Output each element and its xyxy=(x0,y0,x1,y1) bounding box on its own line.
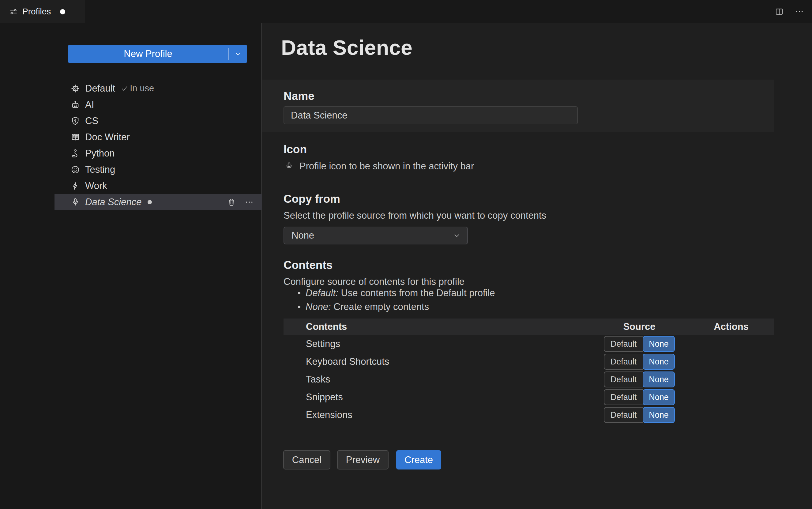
profile-name: Work xyxy=(85,180,107,192)
source-default-button[interactable]: Default xyxy=(604,389,643,405)
chevron-down-icon xyxy=(453,231,461,240)
contents-table: Contents Source Actions Settings Default… xyxy=(284,318,774,424)
source-toggle: Default None xyxy=(604,389,675,405)
profile-list-item[interactable]: Testing xyxy=(55,161,262,178)
profile-name: Doc Writer xyxy=(85,132,130,143)
content-name: Tasks xyxy=(284,374,590,385)
more-actions-icon[interactable] xyxy=(245,198,254,207)
icon-picker-row[interactable]: Profile icon to be shown in the activity… xyxy=(284,159,474,173)
new-profile-label: New Profile xyxy=(68,45,228,63)
gear-icon xyxy=(70,83,80,93)
book-icon xyxy=(70,132,80,142)
page-title: Data Science xyxy=(281,36,413,59)
profile-list-item[interactable]: AI xyxy=(55,97,262,113)
copy-from-label: Copy from xyxy=(284,193,340,205)
profile-list-item[interactable]: Work xyxy=(55,178,262,194)
contents-bullets: Default: Use contents from the Default p… xyxy=(284,286,712,314)
source-toggle: Default None xyxy=(604,407,675,423)
profile-list-item[interactable]: Data Science xyxy=(55,194,262,210)
tab-profiles[interactable]: Profiles xyxy=(0,0,85,23)
table-row: Settings Default None xyxy=(284,335,774,353)
chevron-down-icon xyxy=(234,50,242,58)
modified-dot xyxy=(148,200,152,204)
icon-label: Icon xyxy=(284,143,307,156)
content-name: Snippets xyxy=(284,392,590,403)
mic-icon[interactable] xyxy=(284,161,294,171)
zap-icon xyxy=(70,181,80,191)
source-none-button[interactable]: None xyxy=(643,336,675,352)
content-name: Extensions xyxy=(284,409,590,420)
trash-icon[interactable] xyxy=(227,198,236,207)
preview-button[interactable]: Preview xyxy=(337,450,389,470)
source-default-button[interactable]: Default xyxy=(604,336,643,352)
source-default-button[interactable]: Default xyxy=(604,407,643,423)
source-toggle: Default None xyxy=(604,372,675,387)
new-profile-button[interactable]: New Profile xyxy=(68,45,247,63)
bullet-none: None: Create empty contents xyxy=(284,300,712,314)
profile-editor: Data Science Name Icon Profile icon to b… xyxy=(262,23,812,509)
tab-bar: Profiles xyxy=(0,0,812,23)
mic-icon xyxy=(70,197,80,207)
check-icon xyxy=(120,84,129,93)
snake-icon xyxy=(70,148,80,158)
content-name: Settings xyxy=(284,338,590,349)
smiley-icon xyxy=(70,165,80,175)
contents-description: Configure source of contents for this pr… xyxy=(284,276,464,287)
table-row: Extensions Default None xyxy=(284,406,774,424)
copy-from-select[interactable]: None xyxy=(284,227,468,244)
source-toggle: Default None xyxy=(604,354,675,370)
profile-name: Default xyxy=(85,83,115,94)
shield-icon xyxy=(70,116,80,126)
editor-actions xyxy=(775,0,804,23)
source-toggle: Default None xyxy=(604,336,675,352)
bullet-default: Default: Use contents from the Default p… xyxy=(284,286,712,300)
profile-name: Python xyxy=(85,148,115,159)
create-button[interactable]: Create xyxy=(396,450,441,470)
source-default-button[interactable]: Default xyxy=(604,354,643,370)
profile-name: Testing xyxy=(85,164,115,175)
table-row: Snippets Default None xyxy=(284,388,774,406)
profile-list-item[interactable]: Default In use xyxy=(55,80,262,97)
header-actions: Actions xyxy=(688,321,774,332)
in-use-badge: In use xyxy=(120,83,154,93)
profile-name: Data Science xyxy=(85,197,141,208)
sliders-icon xyxy=(9,7,18,16)
source-default-button[interactable]: Default xyxy=(604,372,643,387)
new-profile-dropdown-button[interactable] xyxy=(229,45,247,63)
more-actions-icon[interactable] xyxy=(795,7,804,16)
table-row: Tasks Default None xyxy=(284,371,774,388)
table-header: Contents Source Actions xyxy=(284,318,774,335)
profiles-sidebar: New Profile Default In use AI CS xyxy=(0,23,262,509)
source-none-button[interactable]: None xyxy=(643,354,675,370)
profile-list-item[interactable]: Python xyxy=(55,145,262,161)
header-source: Source xyxy=(590,321,688,332)
name-label: Name xyxy=(284,90,314,102)
tab-title: Profiles xyxy=(22,7,51,16)
profile-name: AI xyxy=(85,99,94,110)
content-name: Keyboard Shortcuts xyxy=(284,356,590,367)
copy-from-description: Select the profile source from which you… xyxy=(284,210,546,221)
source-none-button[interactable]: None xyxy=(643,389,675,405)
table-body: Settings Default None Keyboard Shortcuts… xyxy=(284,335,774,424)
source-none-button[interactable]: None xyxy=(643,407,675,423)
footer-actions: Cancel Preview Create xyxy=(283,450,441,470)
source-none-button[interactable]: None xyxy=(643,372,675,387)
in-use-label: In use xyxy=(130,83,154,93)
profile-list-item[interactable]: Doc Writer xyxy=(55,129,262,145)
profile-name: CS xyxy=(85,115,98,127)
table-row: Keyboard Shortcuts Default None xyxy=(284,353,774,371)
split-editor-icon[interactable] xyxy=(775,7,784,16)
profile-list: Default In use AI CS Doc Writer xyxy=(55,80,262,210)
cancel-button[interactable]: Cancel xyxy=(283,450,330,470)
profile-name-input[interactable] xyxy=(284,106,578,124)
profile-list-item[interactable]: CS xyxy=(55,113,262,129)
robot-icon xyxy=(70,100,80,110)
header-contents: Contents xyxy=(284,321,590,332)
select-value: None xyxy=(291,230,453,241)
contents-label: Contents xyxy=(284,259,332,271)
icon-description: Profile icon to be shown in the activity… xyxy=(299,161,474,172)
modified-dot xyxy=(60,9,65,14)
